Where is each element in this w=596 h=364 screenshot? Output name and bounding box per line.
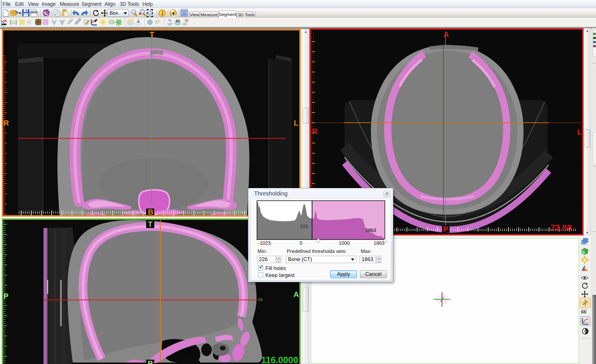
svg-text:B: B bbox=[148, 359, 153, 364]
svg-text:Box: Box bbox=[110, 10, 118, 16]
svg-text:T: T bbox=[150, 30, 154, 39]
svg-text:P: P bbox=[443, 225, 448, 233]
svg-text:A: A bbox=[294, 290, 299, 299]
svg-text:B: B bbox=[148, 208, 153, 215]
svg-text:66: 66 bbox=[581, 309, 587, 315]
svg-text:P: P bbox=[3, 292, 8, 300]
svg-text:3D: 3D bbox=[184, 19, 189, 22]
svg-text:73.80: 73.80 bbox=[550, 223, 572, 232]
svg-text:R: R bbox=[3, 119, 9, 127]
svg-text:116.0000: 116.0000 bbox=[261, 355, 298, 364]
svg-text:T: T bbox=[148, 220, 153, 229]
svg-text:L: L bbox=[577, 128, 582, 136]
svg-text:A: A bbox=[443, 30, 449, 39]
svg-text:R: R bbox=[312, 127, 318, 136]
svg-text:3D: 3D bbox=[175, 19, 180, 23]
svg-text:L: L bbox=[294, 119, 298, 127]
